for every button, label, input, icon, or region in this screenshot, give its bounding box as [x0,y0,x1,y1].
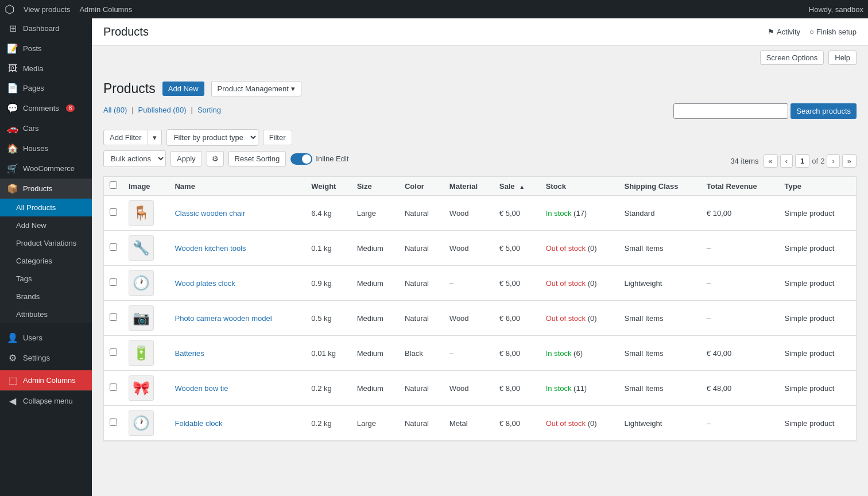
sidebar-item-attributes[interactable]: Attributes [0,305,92,323]
sidebar-item-pages[interactable]: 📄 Pages [0,78,92,98]
th-total-revenue[interactable]: Total Revenue [701,177,779,196]
page-of: of [812,157,818,165]
sidebar: ⊞ Dashboard 📝 Posts 🖼 Media 📄 Pages 💬 Co… [0,18,92,496]
sidebar-item-cars[interactable]: 🚗 Cars [0,118,92,138]
sidebar-item-label: Dashboard [23,24,60,33]
row-revenue-cell: € 10,00 [701,196,779,231]
filter-product-type-select[interactable]: Filter by product type [166,129,258,146]
last-page-button[interactable]: » [842,154,857,168]
th-sale[interactable]: Sale ▲ [494,177,540,196]
sidebar-item-all-products[interactable]: All Products [0,199,92,216]
sidebar-item-add-new[interactable]: Add New [0,216,92,234]
th-color[interactable]: Color [399,177,444,196]
row-checkbox[interactable] [110,208,117,216]
next-page-button[interactable]: › [827,154,839,168]
row-sale-cell: € 8,00 [494,371,540,406]
finish-setup-btn[interactable]: ○ Finish setup [809,28,857,36]
row-revenue-cell: – [701,301,779,336]
sidebar-item-product-variations[interactable]: Product Variations [0,234,92,252]
stock-qty: (6) [574,349,583,358]
sidebar-item-settings[interactable]: ⚙ Settings [0,348,92,368]
row-color-cell: Natural [399,196,444,231]
users-icon: 👤 [7,332,18,343]
collapse-menu-item[interactable]: ◀ Collapse menu [0,390,92,411]
prev-page-button[interactable]: ‹ [780,154,793,168]
inline-edit-toggle[interactable]: Inline Edit [290,153,348,165]
product-management-button[interactable]: Product Management ▾ [211,81,301,96]
settings-icon: ⚙ [7,352,18,363]
admin-columns-link[interactable]: Admin Columns [79,5,132,14]
sidebar-item-label: Users [23,334,42,342]
sidebar-item-admin-columns[interactable]: ⬚ Admin Columns [0,370,92,390]
product-name-link[interactable]: Foldable clock [175,419,222,428]
product-name-link[interactable]: Photo camera wooden model [175,314,272,323]
view-products-link[interactable]: View products [24,5,70,14]
current-page[interactable]: 1 [795,154,809,168]
th-name[interactable]: Name [169,177,305,196]
product-name-link[interactable]: Classic wooden chair [175,209,245,218]
sidebar-item-brands[interactable]: Brands [0,288,92,305]
row-checkbox[interactable] [110,243,117,251]
filter-button[interactable]: Filter [263,130,292,145]
admin-columns-sidebar-icon: ⬚ [7,375,18,386]
search-products-button[interactable]: Search products [790,103,857,119]
first-page-button[interactable]: « [764,154,778,168]
row-image-cell: 🕐 [123,266,169,301]
add-filter-button[interactable]: Add Filter [103,130,148,145]
add-new-button[interactable]: Add New [162,82,204,96]
sidebar-item-posts[interactable]: 📝 Posts [0,38,92,59]
select-all-checkbox[interactable] [110,181,117,189]
row-checkbox[interactable] [110,348,117,356]
row-checkbox[interactable] [110,313,117,321]
row-image-cell: 🪑 [123,196,169,231]
sidebar-item-media[interactable]: 🖼 Media [0,59,92,78]
reset-sorting-button[interactable]: Reset Sorting [228,151,286,166]
th-shipping-class[interactable]: Shipping Class [619,177,701,196]
product-name-link[interactable]: Batteries [175,349,204,358]
all-products-label: All Products [16,203,56,212]
row-revenue-cell: € 40,00 [701,336,779,371]
add-filter-arrow-button[interactable]: ▾ [148,130,162,145]
product-image: 🎀 [129,375,154,401]
published-filter-link[interactable]: Published (80) [138,106,187,114]
sorting-filter-link[interactable]: Sorting [197,106,221,114]
sidebar-item-comments[interactable]: 💬 Comments 8 [0,98,92,118]
product-name-link[interactable]: Wood plates clock [175,279,235,288]
row-checkbox[interactable] [110,418,117,426]
sidebar-item-products[interactable]: 📦 Products [0,179,92,199]
sidebar-item-categories[interactable]: Categories [0,252,92,270]
th-material[interactable]: Material [444,177,494,196]
all-filter-link[interactable]: All (80) [103,106,127,114]
products-icon: 📦 [7,183,18,194]
th-image[interactable]: Image [123,177,169,196]
sidebar-item-label: Products [23,184,52,193]
sidebar-item-dashboard[interactable]: ⊞ Dashboard [0,18,92,38]
table-row: 🪑 Classic wooden chair 6.4 kg Large Natu… [104,196,857,231]
row-checkbox-cell [104,266,123,301]
row-stock-cell: Out of stock (0) [540,301,619,336]
finish-setup-label: Finish setup [816,28,857,36]
product-name-link[interactable]: Wooden bow tie [175,384,228,393]
screen-options-btn[interactable]: Screen Options [760,51,824,65]
th-type[interactable]: Type [779,177,857,196]
sidebar-item-tags[interactable]: Tags [0,270,92,288]
th-stock[interactable]: Stock [540,177,619,196]
row-checkbox[interactable] [110,278,117,286]
activity-btn[interactable]: ⚑ Activity [768,28,800,36]
sidebar-item-woocommerce[interactable]: 🛒 WooCommerce [0,158,92,179]
apply-button[interactable]: Apply [170,151,202,166]
sidebar-item-houses[interactable]: 🏠 Houses [0,138,92,158]
sidebar-item-users[interactable]: 👤 Users [0,328,92,348]
search-input[interactable] [673,103,788,119]
bulk-actions-select[interactable]: Bulk actions [103,150,166,167]
gear-button[interactable]: ⚙ [207,151,224,166]
product-name-link[interactable]: Wooden kitchen tools [175,244,246,253]
row-sale-cell: € 8,00 [494,406,540,441]
products-submenu: All Products Add New Product Variations … [0,199,92,323]
admin-bar-user: Howdy, sandbox [809,5,863,14]
row-color-cell: Natural [399,371,444,406]
help-btn[interactable]: Help [828,51,857,65]
th-size[interactable]: Size [351,177,399,196]
row-checkbox[interactable] [110,383,117,391]
th-weight[interactable]: Weight [305,177,351,196]
